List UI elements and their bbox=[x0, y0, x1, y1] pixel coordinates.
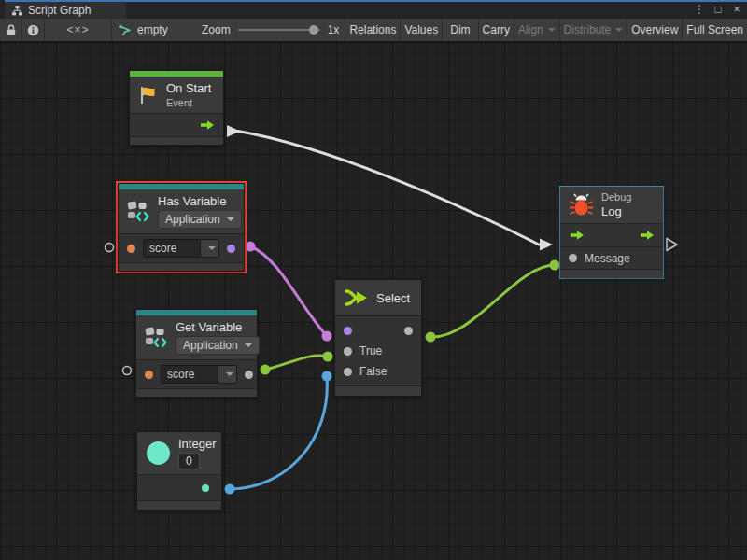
unconnected-port-ring[interactable] bbox=[123, 367, 132, 375]
wire-dot bbox=[261, 365, 271, 375]
node-title: Integer bbox=[178, 437, 216, 451]
flow-input-port[interactable] bbox=[569, 230, 585, 241]
maximize-icon[interactable]: □ bbox=[712, 2, 725, 17]
node-has-variable[interactable]: Has Variable Application score bbox=[118, 183, 245, 272]
select-merge-icon bbox=[344, 287, 369, 308]
node-footer bbox=[130, 136, 223, 145]
lock-button[interactable] bbox=[0, 19, 22, 41]
selection-status: empty bbox=[112, 19, 189, 41]
value-output-port[interactable] bbox=[202, 484, 209, 492]
integer-value-field[interactable]: 0 bbox=[178, 453, 200, 469]
script-graph-window: Script Graph ⋮ □ × bbox=[0, 0, 747, 560]
name-input-port[interactable] bbox=[127, 245, 135, 253]
true-row: True bbox=[335, 341, 421, 361]
zoom-control: Zoom 1x bbox=[189, 19, 345, 41]
false-port-label: False bbox=[359, 365, 387, 378]
dim-button[interactable]: Dim bbox=[443, 19, 478, 41]
graph-pointer-icon bbox=[118, 24, 132, 36]
flow-wire-end-arrow bbox=[540, 239, 553, 251]
message-port-label: Message bbox=[585, 252, 630, 265]
false-input-port[interactable] bbox=[344, 368, 352, 376]
node-footer bbox=[335, 385, 421, 396]
selection-status-label: empty bbox=[137, 23, 168, 36]
angle-x-icon: <×> bbox=[66, 23, 89, 36]
zoom-value: 1x bbox=[328, 23, 340, 36]
full-screen-button[interactable]: Full Screen bbox=[683, 19, 747, 41]
value-output-port[interactable] bbox=[245, 371, 253, 379]
align-dropdown-button[interactable]: Align bbox=[514, 19, 560, 41]
info-icon bbox=[27, 24, 39, 36]
result-output-port[interactable] bbox=[227, 245, 235, 253]
wire-dot bbox=[246, 242, 256, 252]
condition-row bbox=[335, 320, 421, 341]
close-icon[interactable]: × bbox=[730, 2, 743, 17]
wire-select-to-debug-message[interactable] bbox=[430, 265, 555, 337]
variable-row: score bbox=[136, 359, 257, 388]
flow-wire-start-arrow bbox=[227, 125, 240, 137]
overview-button[interactable]: Overview bbox=[627, 19, 683, 41]
values-button[interactable]: Values bbox=[401, 19, 443, 41]
distribute-dropdown-button[interactable]: Distribute bbox=[560, 19, 628, 41]
variables-icon bbox=[145, 327, 168, 349]
selection-outline-red: Has Variable Application score bbox=[116, 181, 247, 273]
graph-canvas[interactable]: On Start Event bbox=[0, 42, 747, 560]
field-dropdown-button[interactable] bbox=[201, 239, 219, 258]
variable-name-field[interactable]: score bbox=[143, 239, 219, 258]
toolbar-buttons: Relations Values Dim Carry Align Distrib… bbox=[345, 19, 747, 41]
relations-button[interactable]: Relations bbox=[345, 19, 401, 41]
carry-button[interactable]: Carry bbox=[479, 19, 514, 41]
selection-output-port[interactable] bbox=[404, 327, 413, 335]
name-input-port[interactable] bbox=[145, 371, 153, 379]
node-select[interactable]: Select True False bbox=[334, 279, 422, 397]
chevron-down-icon bbox=[227, 217, 234, 221]
node-subtitle: Event bbox=[166, 97, 211, 108]
node-title: Get Variable bbox=[176, 320, 260, 334]
variable-row: score bbox=[119, 233, 244, 262]
zoom-slider-knob[interactable] bbox=[309, 25, 318, 35]
graph-hierarchy-icon bbox=[12, 6, 22, 16]
variable-name-field[interactable]: score bbox=[161, 365, 237, 384]
node-footer bbox=[137, 500, 221, 510]
zoom-label: Zoom bbox=[202, 23, 231, 36]
title-bar: Script Graph ⋮ □ × bbox=[0, 0, 747, 19]
flow-output-port[interactable] bbox=[639, 230, 655, 241]
node-title: Debug bbox=[601, 191, 631, 203]
node-title: Has Variable bbox=[158, 194, 242, 208]
wire-dot bbox=[323, 352, 333, 362]
wire-get-variable-to-select-true[interactable] bbox=[265, 356, 328, 370]
window-menu-icon[interactable]: ⋮ bbox=[693, 2, 706, 17]
wire-dot bbox=[225, 484, 235, 495]
node-debug-log[interactable]: Debug Log bbox=[560, 187, 663, 278]
message-row: Message bbox=[560, 246, 663, 269]
node-on-start[interactable]: On Start Event bbox=[129, 70, 224, 146]
node-title: Select bbox=[376, 291, 410, 305]
message-input-port[interactable] bbox=[569, 254, 577, 262]
true-input-port[interactable] bbox=[344, 347, 352, 356]
chevron-down-icon bbox=[208, 246, 216, 250]
bug-icon bbox=[569, 193, 594, 217]
flow-output-row bbox=[130, 113, 223, 136]
wire-has-variable-to-select[interactable] bbox=[250, 246, 327, 336]
chevron-down-icon bbox=[226, 372, 233, 376]
node-subtitle: Log bbox=[601, 204, 631, 218]
lock-icon bbox=[6, 24, 17, 36]
unconnected-port-ring[interactable] bbox=[106, 244, 114, 252]
flow-output-port[interactable] bbox=[199, 119, 215, 131]
false-row: False bbox=[335, 361, 421, 382]
unconnected-flow-triangle[interactable] bbox=[667, 239, 677, 251]
tab-script-graph[interactable]: Script Graph bbox=[5, 2, 126, 19]
value-output-row bbox=[137, 474, 221, 500]
flow-row bbox=[560, 223, 663, 246]
selection-outline-blue: Debug Log bbox=[559, 186, 664, 279]
graph-toolbar: <×> empty Zoom 1x Relations Values bbox=[0, 19, 747, 42]
node-integer[interactable]: Integer 0 bbox=[136, 431, 222, 511]
field-dropdown-button[interactable] bbox=[218, 365, 237, 384]
wire-on-start-to-debug-log[interactable] bbox=[238, 132, 539, 245]
condition-input-port[interactable] bbox=[344, 327, 352, 335]
info-button[interactable] bbox=[22, 19, 45, 41]
zoom-slider[interactable] bbox=[238, 29, 320, 31]
clear-connections-button[interactable]: <×> bbox=[45, 19, 112, 41]
scope-dropdown[interactable]: Application bbox=[158, 210, 242, 229]
scope-dropdown[interactable]: Application bbox=[176, 336, 260, 355]
node-get-variable[interactable]: Get Variable Application score bbox=[135, 309, 258, 398]
